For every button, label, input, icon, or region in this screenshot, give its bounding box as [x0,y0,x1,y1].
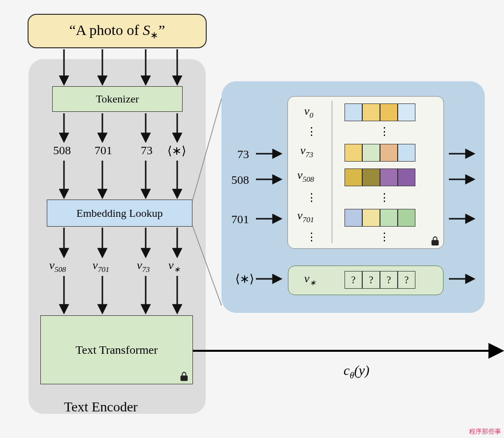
unknown-cell: ? [398,271,415,289]
lookup-in-73: 73 [237,148,249,161]
text-encoder-label: Text Encoder [64,399,138,415]
vector-cells-v73 [345,144,415,162]
embed-out-73: v73 [137,259,150,274]
row-label-v73: v73 [300,144,313,159]
token-701: 701 [94,144,112,157]
vector-cells-v701 [345,209,415,227]
unknown-cell: ? [345,271,362,289]
token-star: ⟨∗⟩ [167,144,186,158]
row-label-v508: v508 [297,168,314,184]
row-label-v0: v0 [304,104,313,120]
vdots-icon: ⋮ [379,125,390,138]
lookup-in-508: 508 [231,173,249,187]
input-prompt-box: “A photo of S∗” [28,14,207,48]
watermark-text: 程序那些事 [469,427,501,436]
transformer-label: Text Transformer [76,343,158,357]
row-label-v701: v701 [297,209,314,224]
vdots-icon: ⋮ [306,191,317,204]
vector-cells-vstar: ? ? ? ? [345,271,415,289]
vdots-icon: ⋮ [379,231,390,243]
token-73: 73 [141,144,153,157]
output-label: cθ(y) [344,363,369,381]
tokenizer-label: Tokenizer [96,93,139,105]
embedding-label: Embedding Lookup [76,207,162,220]
unknown-cell: ? [380,271,398,289]
vector-cells-v508 [345,168,415,186]
vector-cells-v0 [345,103,415,121]
table-divider [332,101,332,243]
embed-out-star: v∗ [168,259,180,274]
tokenizer-block: Tokenizer [52,86,183,112]
text-transformer-block: Text Transformer [40,315,193,384]
lookup-in-star: ⟨∗⟩ [235,272,254,286]
input-prompt-text: “A photo of S∗” [69,22,165,41]
row-label-vstar: v∗ [304,272,316,287]
embed-out-508: v508 [49,259,66,274]
lookup-in-701: 701 [231,213,249,226]
embedding-lookup-block: Embedding Lookup [47,200,192,227]
lock-icon [179,371,189,382]
unknown-cell: ? [362,271,380,289]
diagram-root: “A photo of S∗” Tokenizer 508 701 73 ⟨∗⟩… [0,0,504,438]
embed-out-701: v701 [93,259,109,274]
lock-icon [430,236,441,246]
token-508: 508 [53,144,71,157]
vdots-icon: ⋮ [379,191,390,204]
vdots-icon: ⋮ [306,231,317,243]
vdots-icon: ⋮ [306,125,317,138]
